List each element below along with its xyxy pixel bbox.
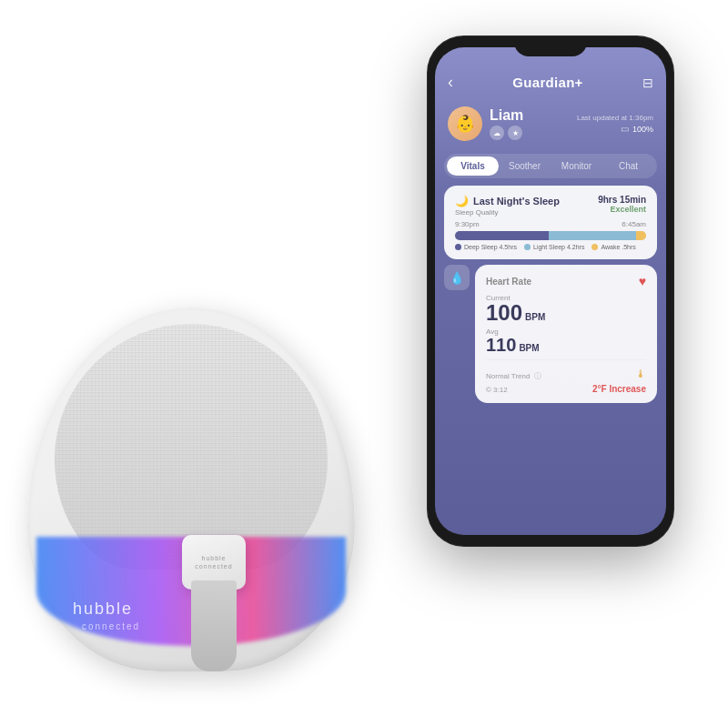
battery-icon: ▭: [621, 124, 629, 134]
sleep-card: 🌙 Last Night's Sleep Sleep Quality 9hrs …: [444, 186, 657, 259]
user-info: Liam ☁ ★: [490, 107, 570, 140]
info-icon: ⓘ: [534, 372, 541, 380]
star-icon: ★: [508, 126, 522, 140]
trend-left: Normal Trend ⓘ: [486, 366, 541, 382]
legend-deep-dot: [455, 244, 461, 250]
heart-rate-title: Heart Rate: [486, 277, 531, 287]
trend-section: Normal Trend ⓘ 🌡 © 3:12 2°F Increase: [486, 359, 646, 394]
sleep-title: Last Night's Sleep: [473, 196, 560, 207]
wristband-strap: [191, 580, 237, 671]
current-bpm-row: 100 BPM: [486, 302, 646, 324]
trend-label: Normal Trend: [486, 372, 530, 380]
tab-bar: Vitals Soother Monitor Chat: [444, 154, 657, 178]
vitals-section: 💧 Heart Rate ♥ Current 100 BPM: [444, 265, 657, 403]
sleep-times-row: 9:30pm 6:45am: [455, 220, 646, 228]
phone-screen: ‹ Guardian+ ⊟ 👶 Liam ☁ ★: [435, 47, 666, 535]
sleep-start-time: 9:30pm: [455, 220, 480, 228]
moon-icon: 🌙: [455, 195, 469, 207]
header-right-info: Last updated at 1:36pm ▭ 100%: [577, 114, 653, 134]
cloud-icon: ☁: [490, 126, 504, 140]
speaker-tagline-label: connected: [82, 621, 140, 631]
back-button[interactable]: ‹: [448, 73, 453, 92]
legend-awake: Awake .5hrs: [592, 244, 635, 250]
sleep-duration: 9hrs 15min: [598, 195, 646, 205]
tab-soother[interactable]: Soother: [499, 156, 551, 176]
avatar: 👶: [448, 106, 482, 141]
legend-deep-label: Deep Sleep 4.5hrs: [464, 244, 517, 250]
wristband-label: hubble connected: [195, 554, 232, 570]
battery-row: ▭ 100%: [577, 124, 653, 134]
sleep-title-col: 🌙 Last Night's Sleep Sleep Quality: [455, 195, 560, 217]
trend-row: Normal Trend ⓘ 🌡: [486, 366, 646, 382]
trend-value: 2°F Increase: [592, 384, 646, 394]
sleep-quality: Excellent: [598, 205, 646, 214]
sleep-title-row: 🌙 Last Night's Sleep: [455, 195, 560, 207]
phone-notch: [514, 36, 587, 56]
legend-deep-sleep: Deep Sleep 4.5hrs: [455, 244, 517, 250]
sleep-end-time: 6:45am: [622, 220, 646, 228]
battery-percentage: 100%: [632, 125, 653, 134]
legend-awake-dot: [592, 244, 598, 250]
scene: hubble connected hubble connected ‹: [0, 0, 728, 726]
trend-time: © 3:12: [486, 386, 508, 394]
last-updated-text: Last updated at 1:36pm: [577, 114, 653, 122]
sleep-card-header: 🌙 Last Night's Sleep Sleep Quality 9hrs …: [455, 195, 646, 217]
tab-monitor[interactable]: Monitor: [551, 156, 602, 176]
droplet-icon: 💧: [444, 265, 470, 290]
user-row: 👶 Liam ☁ ★ Last updated at 1:36pm ▭: [435, 101, 666, 146]
trend-detail-row: © 3:12 2°F Increase: [486, 384, 646, 394]
legend-awake-label: Awake .5hrs: [601, 244, 635, 250]
sleep-awake-segment: [636, 231, 646, 240]
sleep-light-segment: [549, 231, 636, 240]
heart-icon: ♥: [639, 274, 646, 288]
legend-light-dot: [524, 244, 531, 250]
speaker-fabric: [55, 324, 328, 570]
legend-light-label: Light Sleep 4.2hrs: [533, 244, 584, 250]
sleep-bar: [455, 231, 646, 240]
tab-vitals[interactable]: Vitals: [447, 156, 499, 176]
phone-frame: ‹ Guardian+ ⊟ 👶 Liam ☁ ★: [428, 36, 673, 546]
sleep-deep-segment: [455, 231, 549, 240]
phone: ‹ Guardian+ ⊟ 👶 Liam ☁ ★: [428, 36, 673, 546]
app-title: Guardian+: [512, 75, 582, 90]
vitals-side-icons: 💧: [444, 265, 470, 403]
sleep-stats-col: 9hrs 15min Excellent: [598, 195, 646, 214]
current-bpm-value: 100: [486, 302, 522, 324]
sleep-legend: Deep Sleep 4.5hrs Light Sleep 4.2hrs Awa…: [455, 244, 646, 250]
speaker-device: hubble connected hubble connected: [27, 253, 382, 671]
user-name: Liam: [490, 107, 570, 124]
wristband-device: hubble connected: [173, 535, 255, 671]
current-bpm-unit: BPM: [525, 312, 545, 322]
speaker-brand-label: hubble: [73, 600, 133, 619]
heart-rate-card: Heart Rate ♥ Current 100 BPM Avg 110: [475, 265, 657, 403]
heart-card-header: Heart Rate ♥: [486, 274, 646, 288]
legend-light-sleep: Light Sleep 4.2hrs: [524, 244, 584, 250]
temp-icon: 🌡: [635, 368, 646, 380]
filter-icon[interactable]: ⊟: [642, 76, 653, 90]
tab-chat[interactable]: Chat: [602, 156, 654, 176]
avg-bpm-row: 110 BPM: [486, 336, 646, 354]
avg-bpm-unit: BPM: [519, 343, 539, 353]
avg-bpm-value: 110: [486, 336, 516, 354]
app-background: ‹ Guardian+ ⊟ 👶 Liam ☁ ★: [435, 47, 666, 535]
user-status-icons: ☁ ★: [490, 126, 570, 140]
sleep-subtitle: Sleep Quality: [455, 208, 560, 217]
